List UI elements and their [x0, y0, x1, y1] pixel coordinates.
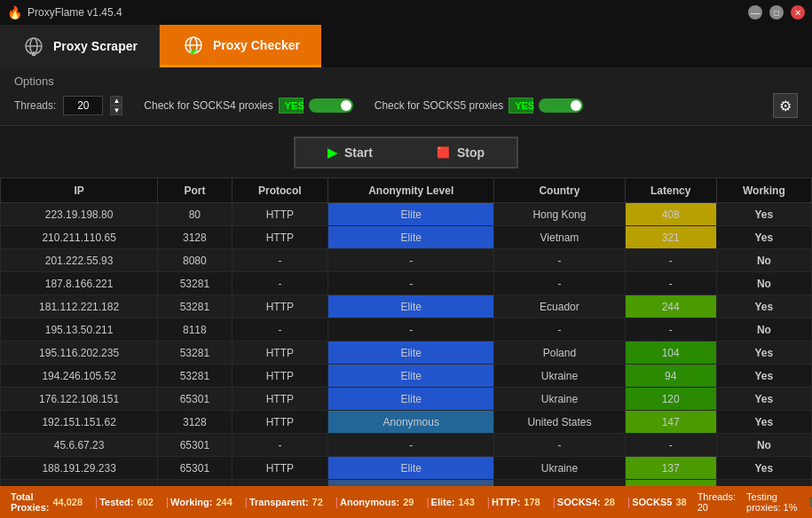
threads-down-button[interactable]: ▼	[110, 106, 122, 115]
socks4-label: Check for SOCKS4 proxies	[144, 99, 272, 112]
table-cell: 65301	[158, 434, 232, 457]
table-cell: No	[716, 318, 811, 341]
working-label: Working:	[170, 497, 212, 507]
table-cell: 53281	[158, 295, 232, 318]
total-proxies-val: 44,028	[52, 497, 83, 507]
tab-proxy-scraper[interactable]: Proxy Scraper	[0, 25, 160, 67]
table-cell: 223.19.198.80	[1, 203, 158, 226]
table-cell: Yes	[716, 295, 811, 318]
table-cell: 53281	[158, 365, 232, 388]
table-cell: 195.116.202.235	[1, 341, 158, 365]
table-cell: 8118	[158, 318, 232, 341]
maximize-button[interactable]: □	[769, 5, 784, 20]
proxy-table: IP Port Protocol Anonymity Level Country…	[0, 177, 812, 504]
table-cell: No	[716, 249, 811, 272]
socks4-stat-label: SOCKS4:	[557, 497, 601, 507]
table-cell: -	[494, 434, 625, 457]
status-tested: Tested: 602	[99, 497, 154, 507]
status-socks5: SOCKS5 38	[632, 497, 687, 507]
transparent-val: 72	[312, 497, 323, 507]
table-cell: 408	[625, 203, 716, 226]
table-cell: No	[716, 272, 811, 295]
close-button[interactable]: ✕	[791, 5, 805, 20]
proxy-table-container[interactable]: IP Port Protocol Anonymity Level Country…	[0, 177, 812, 504]
minimize-button[interactable]: —	[748, 5, 762, 20]
options-row: Threads: ▲ ▼ Check for SOCKS4 proxies YE…	[14, 93, 798, 118]
status-elite: Elite: 143	[431, 497, 475, 507]
table-cell: 194.246.105.52	[1, 365, 158, 388]
status-http: HTTP: 178	[492, 497, 540, 507]
socks4-yes-label: YES	[279, 98, 304, 114]
stop-icon: 🟥	[437, 146, 450, 159]
table-cell: No	[716, 434, 811, 457]
table-cell: 104	[625, 341, 716, 365]
table-cell: -	[494, 249, 625, 272]
table-row: 201.222.55.938080----No	[1, 249, 812, 272]
titlebar-controls: — □ ✕	[748, 5, 805, 20]
table-cell: Vietnam	[494, 226, 625, 249]
elite-label: Elite:	[431, 497, 455, 507]
status-right: Threads: 20 Testing proxies: 1%	[698, 491, 812, 513]
socks5-yes-label: YES	[508, 98, 533, 114]
table-row: 195.13.50.2118118----No	[1, 318, 812, 341]
stop-button[interactable]: 🟥 Stop	[405, 137, 518, 169]
checker-icon	[181, 33, 206, 58]
table-cell: 321	[625, 226, 716, 249]
table-cell: 3128	[158, 411, 232, 434]
scraper-tab-label: Proxy Scraper	[53, 39, 138, 53]
table-cell: 188.191.29.233	[1, 457, 158, 480]
table-cell: Ukraine	[494, 457, 625, 480]
table-cell: Yes	[716, 411, 811, 434]
action-bar: ▶ Start 🟥 Stop	[0, 126, 812, 177]
table-row: 188.191.29.23365301HTTPEliteUkraine137Ye…	[1, 457, 812, 480]
socks4-toggle[interactable]	[309, 98, 353, 113]
anonymous-val: 29	[403, 497, 414, 507]
table-cell: Elite	[328, 341, 494, 365]
table-cell: Poland	[494, 341, 625, 365]
table-cell: HTTP	[232, 457, 328, 480]
table-cell: Elite	[328, 295, 494, 318]
table-cell: Anonymous	[328, 411, 494, 434]
table-row: 181.112.221.18253281HTTPEliteEcuador244Y…	[1, 295, 812, 318]
col-anon: Anonymity Level	[328, 178, 494, 203]
start-button[interactable]: ▶ Start	[294, 137, 405, 169]
table-cell: 80	[158, 203, 232, 226]
table-cell: 8080	[158, 249, 232, 272]
socks5-stat-label: SOCKS5	[632, 497, 672, 507]
threads-up-button[interactable]: ▲	[110, 96, 122, 106]
navbar: Proxy Scraper Proxy Checker	[0, 25, 812, 67]
table-cell: 137	[625, 457, 716, 480]
elite-val: 143	[458, 497, 474, 507]
col-port: Port	[158, 178, 232, 203]
scraper-icon	[21, 34, 46, 59]
table-cell: 187.8.166.221	[1, 272, 158, 295]
status-working: Working: 244	[170, 497, 233, 507]
table-row: 176.122.108.15165301HTTPEliteUkraine120Y…	[1, 388, 812, 411]
table-cell: -	[494, 272, 625, 295]
table-cell: 65301	[158, 457, 232, 480]
titlebar-left: 🔥 ProxyFlame v1.45.4	[7, 5, 122, 20]
status-anonymous: Anonymous: 29	[340, 497, 414, 507]
socks5-toggle-group: Check for SOCKS5 proxies YES	[374, 98, 583, 114]
table-cell: Elite	[328, 203, 494, 226]
table-cell: Elite	[328, 365, 494, 388]
socks5-toggle[interactable]	[539, 98, 583, 113]
http-label: HTTP:	[492, 497, 520, 507]
threads-input[interactable]	[63, 96, 103, 115]
status-transparent: Transparent: 72	[249, 497, 323, 507]
tested-label: Tested:	[99, 497, 133, 507]
settings-button[interactable]: ⚙	[773, 93, 798, 118]
table-cell: 65301	[158, 388, 232, 411]
table-cell: Yes	[716, 457, 811, 480]
table-cell: -	[494, 318, 625, 341]
table-cell: 210.211.110.65	[1, 226, 158, 249]
tab-proxy-checker[interactable]: Proxy Checker	[160, 25, 321, 67]
table-row: 192.151.151.623128HTTPAnonymousUnited St…	[1, 411, 812, 434]
table-cell: 244	[625, 295, 716, 318]
table-cell: Yes	[716, 226, 811, 249]
table-cell: HTTP	[232, 388, 328, 411]
table-row: 195.116.202.23553281HTTPElitePoland104Ye…	[1, 341, 812, 365]
table-cell: -	[328, 249, 494, 272]
stop-label: Stop	[457, 145, 485, 160]
status-total: Total Proxies: 44,028	[11, 491, 83, 513]
